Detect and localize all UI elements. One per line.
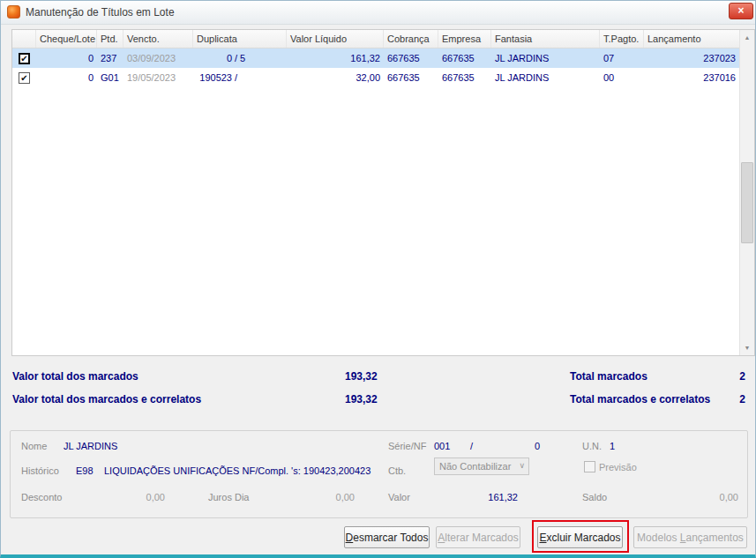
valor-label: Valor — [388, 492, 410, 502]
desconto-label: Desconto — [21, 492, 62, 502]
cell-cheque-lote: 0 — [36, 53, 97, 63]
cell-lancamento: 237016 — [644, 72, 739, 83]
column-header-cheque-lote[interactable]: Cheque/Lote — [36, 30, 97, 48]
previsao-label: Previsão — [599, 462, 637, 472]
un-value: 1 — [610, 441, 615, 451]
cell-fantasia: JL JARDINS — [491, 53, 600, 63]
cell-empresa: 667635 — [438, 72, 491, 83]
cell-vencto: 19/05/2023 — [124, 72, 193, 83]
count-correlatos-value: 2 — [739, 393, 745, 405]
scroll-up-icon[interactable]: ▲ — [740, 30, 754, 45]
column-header-ptd[interactable]: Ptd. — [97, 30, 124, 48]
column-header-vencto[interactable]: Vencto. — [124, 30, 193, 48]
scroll-down-icon[interactable]: ▼ — [740, 340, 754, 355]
cell-ptd: 237 — [97, 53, 124, 63]
ctb-select[interactable]: Não Contabilizar ∨ — [434, 458, 529, 475]
saldo-value: 0,00 — [670, 492, 738, 502]
cell-checkbox: ✔ — [12, 53, 36, 64]
close-button[interactable]: × — [729, 3, 753, 19]
duplicata-number: 190523 — [197, 72, 232, 83]
desmarcar-todos-button[interactable]: Desmarcar Todos — [344, 526, 430, 548]
duplicata-separator: / — [235, 53, 237, 63]
historico-code: E98 — [76, 465, 94, 476]
duplicata-number: 0 — [197, 53, 232, 63]
total-marcados-label: Valor total dos marcados — [12, 370, 138, 383]
cell-valor-liquido: 161,32 — [287, 53, 384, 63]
nome-value: JL JARDINS — [64, 441, 117, 451]
cell-duplicata: 0/5 — [193, 53, 287, 63]
historico-text: LIQUIDAÇÕES UNIFICAÇÕES NF/Compl. 's: 19… — [104, 465, 371, 476]
column-header-valor-liquido[interactable]: Valor Líquido — [287, 30, 384, 48]
cell-duplicata: 190523/ — [193, 72, 287, 83]
cell-vencto: 03/09/2023 — [124, 53, 193, 63]
app-icon — [7, 5, 20, 19]
historico-label: Histórico — [21, 465, 59, 476]
count-marcados-label: Total marcados — [570, 370, 647, 383]
duplicata-parcela: 5 — [240, 53, 245, 63]
cell-cheque-lote: 0 — [36, 72, 97, 83]
column-header-t-pagto[interactable]: T.Pagto. — [600, 30, 644, 48]
ctb-label: Ctb. — [388, 465, 406, 476]
ctb-selected-value: Não Contabilizar — [439, 461, 511, 472]
cell-cobranca: 667635 — [384, 53, 438, 63]
dialog-window: Manutenção de Títulos em Lote × Cheque/L… — [0, 0, 756, 558]
cell-checkbox: ✔ — [12, 72, 36, 84]
grid-content: Cheque/Lote Ptd. Vencto. Duplicata Valor… — [12, 30, 739, 355]
cell-t-pagto: 00 — [600, 72, 644, 83]
detail-panel: Nome JL JARDINS Série/NF 001 / 0 U.N. 1 … — [10, 430, 748, 518]
close-icon: × — [737, 4, 744, 17]
total-correlatos-label: Valor total dos marcados e correlatos — [12, 393, 201, 405]
modelos-lancamentos-button[interactable]: Modelos Lançamentos — [633, 526, 747, 548]
table-row[interactable]: ✔ 0 237 03/09/2023 0/5 161,32 667635 667… — [12, 48, 739, 68]
count-marcados-value: 2 — [739, 370, 745, 383]
desconto-value: 0,00 — [99, 492, 165, 502]
window-title: Manutenção de Títulos em Lote — [26, 6, 175, 19]
alterar-marcados-button[interactable]: Alterar Marcados — [436, 526, 520, 548]
serie-nf-label: Série/NF — [388, 441, 426, 451]
excluir-marcados-button[interactable]: Excluir Marcados — [537, 526, 623, 548]
total-correlatos-value: 193,32 — [345, 393, 378, 405]
chevron-down-icon: ∨ — [519, 461, 525, 470]
un-label: U.N. — [582, 441, 602, 451]
cell-empresa: 667635 — [438, 53, 491, 63]
nf-value: 0 — [483, 441, 540, 451]
title-bar: Manutenção de Títulos em Lote × — [1, 1, 755, 25]
previsao-checkbox[interactable] — [584, 461, 595, 472]
column-header-lancamento[interactable]: Lançamento — [644, 30, 739, 48]
scrollbar-thumb[interactable] — [741, 162, 753, 243]
cell-cobranca: 667635 — [384, 72, 438, 83]
vertical-scrollbar[interactable]: ▲ ▼ — [739, 30, 754, 355]
cell-fantasia: JL JARDINS — [491, 72, 600, 83]
cell-t-pagto: 07 — [600, 53, 644, 63]
table-row[interactable]: ✔ 0 G01 19/05/2023 190523/ 32,00 667635 … — [12, 68, 739, 87]
serie-value: 001 — [434, 441, 450, 451]
check-icon: ✔ — [20, 73, 27, 83]
titles-grid: Cheque/Lote Ptd. Vencto. Duplicata Valor… — [11, 29, 755, 356]
grid-header-row: Cheque/Lote Ptd. Vencto. Duplicata Valor… — [12, 30, 739, 48]
column-header-empresa[interactable]: Empresa — [438, 30, 491, 48]
column-header-fantasia[interactable]: Fantasia — [491, 30, 600, 48]
column-header-checkbox[interactable] — [12, 30, 36, 48]
nome-label: Nome — [21, 441, 47, 451]
serie-nf-separator: / — [470, 441, 473, 451]
column-header-duplicata[interactable]: Duplicata — [193, 30, 287, 48]
cell-lancamento: 237023 — [644, 53, 739, 63]
valor-value: 161,32 — [447, 492, 518, 502]
count-correlatos-label: Total marcados e correlatos — [570, 393, 710, 405]
saldo-label: Saldo — [582, 492, 607, 502]
total-marcados-value: 193,32 — [345, 370, 378, 383]
row-checkbox[interactable]: ✔ — [19, 72, 30, 84]
juros-dia-value: 0,00 — [288, 492, 355, 502]
cell-ptd: G01 — [97, 72, 124, 83]
column-header-cobranca[interactable]: Cobrança — [384, 30, 438, 48]
cell-valor-liquido: 32,00 — [287, 72, 384, 83]
duplicata-separator: / — [235, 72, 237, 83]
row-checkbox[interactable]: ✔ — [19, 53, 30, 64]
check-icon: ✔ — [20, 54, 27, 63]
juros-dia-label: Juros Dia — [208, 492, 249, 502]
